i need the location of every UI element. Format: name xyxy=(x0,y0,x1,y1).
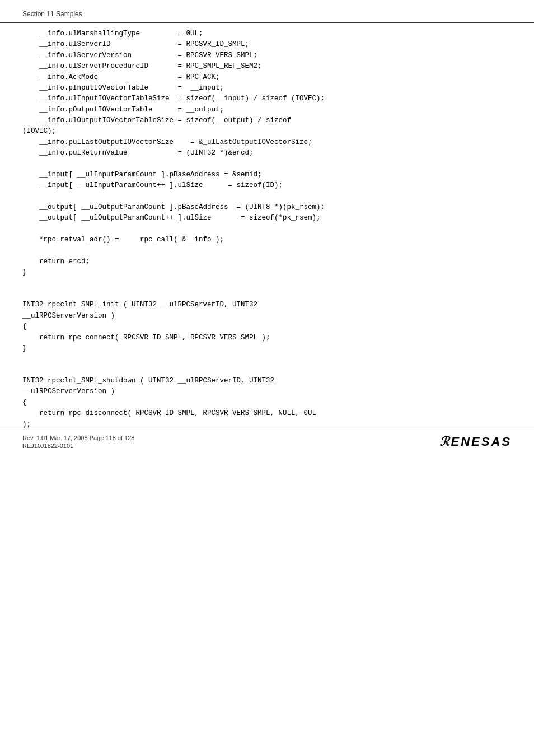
page-footer: Rev. 1.01 Mar. 17, 2008 Page 118 of 128 … xyxy=(0,430,534,454)
footer-part-number: REJ10J1822-0101 xyxy=(22,442,134,449)
renesas-logo-text: ℛENESAS xyxy=(439,435,512,449)
footer-revision: Rev. 1.01 Mar. 17, 2008 Page 118 of 128 xyxy=(22,435,134,441)
page-container: Section 11 Samples __info.ulMarshallingT… xyxy=(0,0,534,756)
page-header: Section 11 Samples xyxy=(0,0,534,23)
code-line-1: __info.ulMarshallingType = 0UL; __info.u… xyxy=(22,30,325,428)
header-text: Section 11 Samples xyxy=(22,10,82,18)
renesas-logo: ℛENESAS xyxy=(439,435,512,449)
footer-left: Rev. 1.01 Mar. 17, 2008 Page 118 of 128 … xyxy=(22,435,134,449)
code-block: __info.ulMarshallingType = 0UL; __info.u… xyxy=(0,23,534,441)
